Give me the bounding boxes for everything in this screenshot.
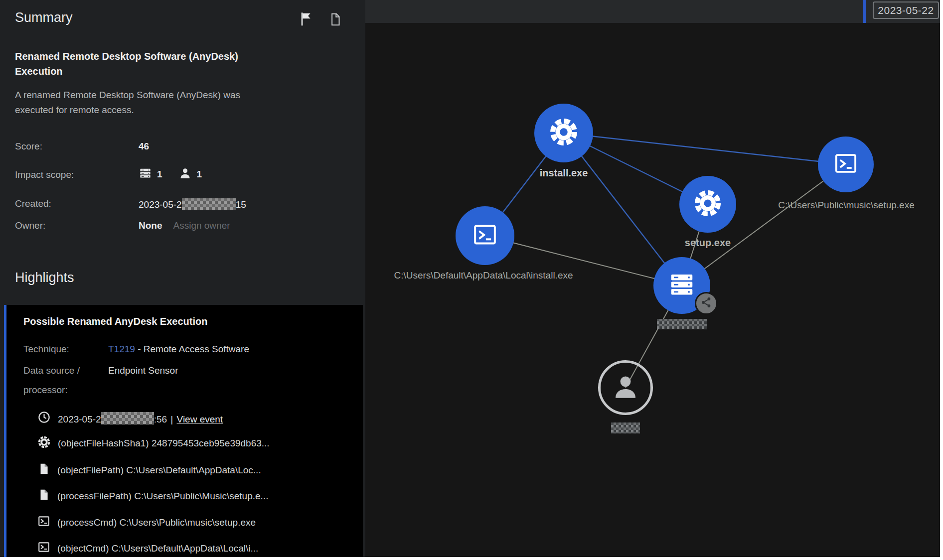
node-cmd-install[interactable] xyxy=(456,206,514,265)
document-icon xyxy=(328,20,343,28)
event-text: (objectFilePath) C:\Users\Default\AppDat… xyxy=(57,465,261,476)
node-label-setup-exe: setup.exe xyxy=(658,237,758,249)
node-label-user-redacted xyxy=(611,422,640,433)
gear-icon xyxy=(693,189,722,220)
view-event-link[interactable]: View event xyxy=(177,414,223,424)
terminal-icon xyxy=(832,150,859,179)
timeline-handle[interactable] xyxy=(863,0,866,23)
event-row-process-file-path: (processFilePath) C:\Users\Public\Music\… xyxy=(37,488,268,504)
datasource-label-2: processor: xyxy=(23,385,68,396)
gear-icon xyxy=(37,435,51,451)
user-icon xyxy=(178,166,192,182)
event-text: (objectCmd) C:\Users\Default\AppData\Loc… xyxy=(57,543,258,554)
server-icon xyxy=(139,166,152,182)
event-row-object-file-path: (objectFilePath) C:\Users\Default\AppDat… xyxy=(37,462,261,478)
timeline-bar: 2023-05-22 xyxy=(365,0,940,23)
highlight-title: Possible Renamed AnyDesk Execution xyxy=(23,316,207,327)
event-time-prefix: 2023-05-2 xyxy=(58,414,101,424)
datasource-label-1: Data source / xyxy=(23,365,80,376)
node-cmd-setup[interactable] xyxy=(818,137,874,192)
node-label-cmd-setup: C:\Users\Public\music\setup.exe xyxy=(757,200,936,211)
event-row-hash: (objectFileHashSha1) 248795453ceb95e39db… xyxy=(37,435,270,451)
workbench-app: install.exe C:\Users\Default\AppData\Loc… xyxy=(0,0,943,560)
summary-panel: Summary Renamed Remote Desktop S xyxy=(0,0,365,557)
highlight-card: Possible Renamed AnyDesk Execution Techn… xyxy=(4,305,363,557)
alert-description: A renamed Remote Desktop Software (AnyDe… xyxy=(15,88,264,118)
technique-label: Technique: xyxy=(23,344,69,355)
node-label-cmd-install: C:\Users\Default\AppData\Local\install.e… xyxy=(384,270,583,281)
page-margin-bottom xyxy=(0,557,943,560)
event-time-text: 2023-05-2:56 | View event xyxy=(58,412,223,425)
event-time-suffix: :56 xyxy=(154,414,167,424)
created-redacted-block xyxy=(182,198,236,210)
flag-icon xyxy=(298,20,314,28)
created-suffix: 15 xyxy=(236,199,246,210)
flag-button[interactable] xyxy=(298,11,314,29)
owner-label: Owner: xyxy=(15,220,45,231)
app-screen: install.exe C:\Users\Default\AppData\Loc… xyxy=(0,0,940,557)
share-network-icon xyxy=(700,296,713,311)
score-value: 46 xyxy=(139,141,149,152)
technique-value: T1219 - Remote Access Software xyxy=(108,344,249,355)
terminal-icon xyxy=(37,515,50,530)
gear-icon xyxy=(549,117,579,149)
server-icon xyxy=(667,270,697,301)
node-setup-exe[interactable] xyxy=(679,176,736,233)
terminal-icon xyxy=(37,541,50,556)
event-time-row: 2023-05-2:56 | View event xyxy=(37,411,223,426)
event-text: (processCmd) C:\Users\Public\music\setup… xyxy=(57,517,256,528)
impact-server-count: 1 xyxy=(157,169,162,180)
file-icon xyxy=(37,488,50,504)
event-row-process-cmd: (processCmd) C:\Users\Public\music\setup… xyxy=(37,515,256,530)
terminal-icon xyxy=(471,221,499,251)
file-icon xyxy=(37,462,50,478)
report-button[interactable] xyxy=(328,12,343,29)
impact-scope-label: Impact scope: xyxy=(15,169,74,180)
clock-icon xyxy=(37,411,51,426)
node-label-endpoint-redacted xyxy=(657,319,707,329)
user-icon xyxy=(610,371,641,405)
datasource-value: Endpoint Sensor xyxy=(108,365,178,376)
node-label-install-exe: install.exe xyxy=(514,167,614,179)
impact-user-count: 1 xyxy=(197,169,202,180)
alert-title: Renamed Remote Desktop Software (AnyDesk… xyxy=(15,49,274,79)
owner-value: NoneAssign owner xyxy=(139,220,230,231)
created-label: Created: xyxy=(15,198,51,209)
owner-none: None xyxy=(139,220,162,231)
created-value: 2023-05-215 xyxy=(139,198,246,210)
impact-scope-value: 1 1 xyxy=(139,166,202,182)
date-badge: 2023-05-22 xyxy=(873,1,939,19)
page-margin-right xyxy=(940,0,943,560)
separator: | xyxy=(169,414,174,424)
event-row-object-cmd: (objectCmd) C:\Users\Default\AppData\Loc… xyxy=(37,541,258,556)
score-label: Score: xyxy=(15,141,42,152)
node-user[interactable] xyxy=(598,360,653,415)
event-text: (objectFileHashSha1) 248795453ceb95e39db… xyxy=(58,438,270,449)
created-prefix: 2023-05-2 xyxy=(139,199,182,210)
network-badge xyxy=(695,292,718,315)
event-time-redacted-block xyxy=(101,412,154,424)
highlights-heading: Highlights xyxy=(15,270,74,285)
node-install-exe[interactable] xyxy=(534,104,593,162)
assign-owner-link[interactable]: Assign owner xyxy=(173,220,230,231)
technique-name: - Remote Access Software xyxy=(138,344,249,354)
summary-heading: Summary xyxy=(15,10,73,25)
technique-id-link[interactable]: T1219 xyxy=(108,344,135,354)
event-text: (processFilePath) C:\Users\Public\Music\… xyxy=(57,491,268,502)
